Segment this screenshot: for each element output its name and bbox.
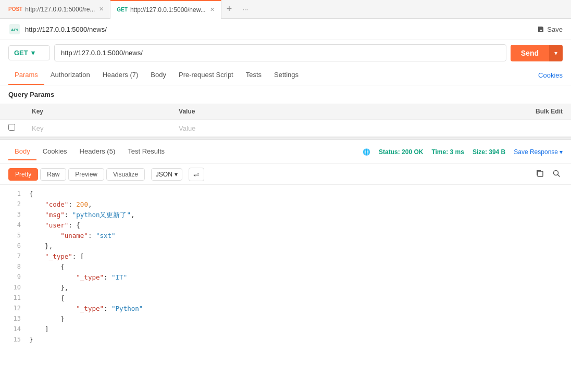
line-number: 3 [4, 210, 21, 220]
resp-tab-body[interactable]: Body [8, 143, 36, 160]
line-content: "user": { [29, 220, 80, 231]
line-content: } [29, 314, 65, 324]
format-select[interactable]: JSON ▾ [151, 168, 182, 181]
code-line: 9 "_type": "IT" [0, 272, 571, 283]
line-content: "msg": "python又更新了", [29, 210, 135, 220]
copy-button[interactable] [533, 167, 546, 181]
time-text: Time: 3 ms [431, 148, 464, 156]
line-number: 4 [4, 220, 21, 231]
send-dropdown-button[interactable]: ▾ [549, 45, 563, 61]
line-number: 7 [4, 251, 21, 262]
tab-get[interactable]: GET http://127.0.0.1:5000/new... ✕ [110, 0, 221, 19]
view-raw-button[interactable]: Raw [40, 168, 66, 181]
code-line: 10 }, [0, 283, 571, 293]
params-table: Key Value Bulk Edit Key Value [0, 104, 571, 137]
tab-post-url: http://127.0.0.1:5000/re... [25, 6, 95, 13]
code-line: 7 "_type": [ [0, 251, 571, 262]
resp-tab-headers[interactable]: Headers (5) [73, 143, 122, 160]
line-content: }, [29, 283, 68, 293]
code-line: 13 } [0, 314, 571, 324]
line-number: 11 [4, 293, 21, 304]
params-check-header [0, 104, 23, 120]
code-line: 2 "code": 200, [0, 199, 571, 210]
tab-get-url: http://127.0.0.1:5000/new... [130, 6, 206, 14]
resp-tab-cookies[interactable]: Cookies [36, 143, 73, 160]
method-value: GET [14, 49, 28, 57]
post-method-badge: POST [8, 6, 22, 12]
line-number: 8 [4, 262, 21, 272]
view-preview-button[interactable]: Preview [68, 168, 104, 181]
line-number: 14 [4, 324, 21, 335]
code-line: 11 { [0, 293, 571, 304]
response-toolbar: Pretty Raw Preview Visualize JSON ▾ ⇌ [0, 164, 571, 185]
tab-authorization[interactable]: Authorization [44, 66, 96, 85]
tab-prerequest[interactable]: Pre-request Script [172, 66, 240, 85]
bulk-edit-header[interactable]: Bulk Edit [344, 104, 571, 120]
tab-more-button[interactable]: ··· [237, 5, 253, 13]
new-tab-button[interactable]: + [221, 4, 238, 15]
address-bar: API http://127.0.0.1:5000/news/ Save [0, 19, 571, 40]
value-column-header: Value [170, 104, 344, 120]
tab-headers[interactable]: Headers (7) [96, 66, 145, 85]
code-line: 3 "msg": "python又更新了", [0, 210, 571, 220]
tab-tests[interactable]: Tests [240, 66, 268, 85]
tab-post[interactable]: POST http://127.0.0.1:5000/re... ✕ [2, 0, 110, 19]
line-number: 2 [4, 199, 21, 210]
query-params-section: Query Params Key Value Bulk Edit Key Val… [0, 85, 571, 137]
code-line: 15} [0, 335, 571, 345]
get-method-badge: GET [117, 7, 128, 12]
tab-body[interactable]: Body [144, 66, 172, 85]
view-visualize-button[interactable]: Visualize [106, 168, 145, 181]
cookies-link[interactable]: Cookies [538, 71, 563, 79]
svg-text:API: API [11, 28, 18, 32]
empty-cell [344, 120, 571, 137]
status-text: Status: 200 OK [379, 148, 423, 156]
code-line: 12 "_type": "Python" [0, 304, 571, 314]
code-line: 4 "user": { [0, 220, 571, 231]
row-checkbox[interactable] [8, 124, 15, 131]
svg-line-4 [558, 175, 560, 177]
wrap-button[interactable]: ⇌ [189, 168, 204, 181]
tab-get-close[interactable]: ✕ [210, 6, 215, 13]
tab-params[interactable]: Params [8, 66, 44, 85]
resp-tab-test-results[interactable]: Test Results [121, 143, 171, 160]
code-line: 6 }, [0, 241, 571, 251]
url-input[interactable] [54, 44, 506, 61]
line-number: 1 [4, 189, 21, 199]
line-content: "uname": "sxt" [29, 231, 116, 241]
save-icon [537, 26, 544, 33]
line-content: { [29, 293, 65, 304]
key-cell[interactable]: Key [23, 120, 170, 137]
copy-icon [536, 169, 544, 178]
save-response-label: Save Response [514, 148, 558, 156]
api-icon: API [8, 23, 21, 35]
line-number: 15 [4, 335, 21, 345]
method-chevron: ▾ [31, 49, 35, 57]
send-button[interactable]: Send [511, 45, 549, 61]
line-content: ] [29, 324, 49, 335]
line-content: "code": 200, [29, 199, 92, 210]
code-line: 1{ [0, 189, 571, 199]
response-header: Body Cookies Headers (5) Test Results 🌐 … [0, 140, 571, 164]
response-status: 🌐 Status: 200 OK Time: 3 ms Size: 394 B … [363, 148, 563, 156]
line-content: } [29, 335, 33, 345]
query-params-title: Query Params [0, 85, 571, 104]
save-label: Save [547, 26, 563, 33]
line-number: 5 [4, 231, 21, 241]
view-pretty-button[interactable]: Pretty [8, 168, 38, 181]
request-nav-tabs: Params Authorization Headers (7) Body Pr… [0, 66, 571, 85]
code-line: 8 { [0, 262, 571, 272]
tab-post-close[interactable]: ✕ [99, 6, 104, 12]
save-response-button[interactable]: Save Response ▾ [514, 148, 563, 156]
table-row: Key Value [0, 120, 571, 137]
svg-rect-2 [538, 171, 543, 176]
tab-bar: POST http://127.0.0.1:5000/re... ✕ GET h… [0, 0, 571, 19]
row-checkbox-cell [0, 120, 23, 137]
save-response-chevron: ▾ [560, 148, 563, 156]
value-cell[interactable]: Value [170, 120, 344, 137]
method-select[interactable]: GET ▾ [8, 45, 50, 60]
tab-settings[interactable]: Settings [268, 66, 305, 85]
search-button[interactable] [550, 167, 563, 181]
key-column-header: Key [23, 104, 170, 120]
save-button[interactable]: Save [537, 26, 563, 33]
